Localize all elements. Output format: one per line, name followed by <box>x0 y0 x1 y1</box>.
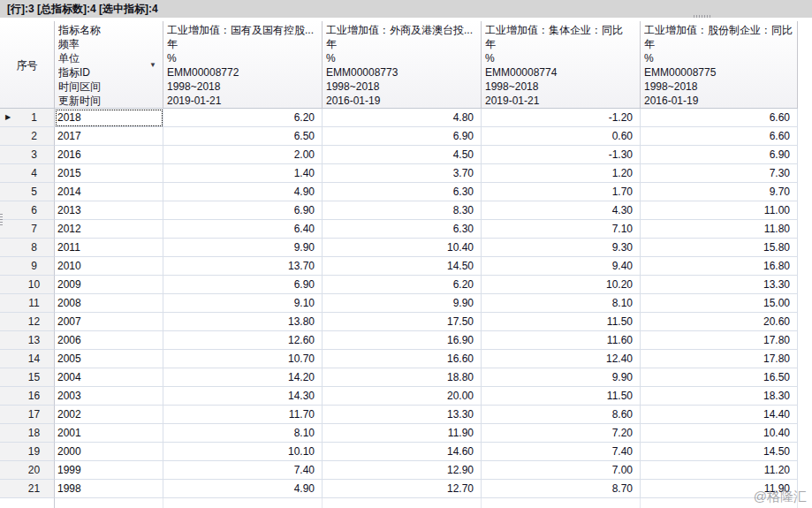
value-cell[interactable]: 12.90 <box>323 461 482 480</box>
row-number-cell[interactable]: 12 <box>0 313 55 331</box>
value-cell[interactable]: 9.40 <box>482 257 641 276</box>
value-cell[interactable]: 6.50 <box>163 127 323 146</box>
value-cell[interactable]: 8.70 <box>482 480 641 498</box>
value-cell[interactable]: 6.30 <box>323 220 482 239</box>
value-cell[interactable]: 4.80 <box>323 109 482 127</box>
year-cell[interactable]: 2004 <box>55 368 163 387</box>
value-cell[interactable]: 6.20 <box>323 276 482 294</box>
year-cell[interactable]: 2000 <box>55 443 163 461</box>
value-cell[interactable]: 9.10 <box>163 294 323 313</box>
value-cell[interactable]: 2.00 <box>163 146 323 164</box>
value-cell[interactable]: 16.90 <box>323 331 482 350</box>
year-cell[interactable]: 2010 <box>55 257 163 276</box>
year-cell[interactable]: 2015 <box>55 164 163 183</box>
row-number-cell[interactable]: 2 <box>0 127 55 146</box>
value-cell[interactable]: 17.80 <box>641 350 798 368</box>
value-cell[interactable]: -1.20 <box>482 109 641 127</box>
splitter-dots-vertical[interactable] <box>0 214 3 225</box>
value-cell[interactable]: 20.60 <box>641 313 798 331</box>
value-cell[interactable]: 8.10 <box>163 424 323 443</box>
year-cell[interactable]: 2001 <box>55 424 163 443</box>
value-cell[interactable]: 7.30 <box>641 164 798 183</box>
value-cell[interactable]: 9.90 <box>163 239 323 257</box>
value-cell[interactable]: 7.40 <box>482 443 641 461</box>
value-cell[interactable]: 14.50 <box>323 257 482 276</box>
value-cell[interactable]: 11.20 <box>641 461 798 480</box>
value-cell[interactable]: 4.90 <box>163 183 323 201</box>
year-cell[interactable]: 2018 <box>55 109 163 127</box>
value-cell[interactable]: 13.80 <box>163 313 323 331</box>
value-cell[interactable]: 10.70 <box>163 350 323 368</box>
year-cell[interactable]: 2013 <box>55 201 163 220</box>
value-cell[interactable]: 6.90 <box>641 146 798 164</box>
value-cell[interactable]: 7.00 <box>482 461 641 480</box>
value-cell[interactable]: 9.30 <box>482 239 641 257</box>
row-number-cell[interactable]: 11 <box>0 294 55 313</box>
value-cell[interactable]: 9.90 <box>482 368 641 387</box>
year-cell[interactable]: 2006 <box>55 331 163 350</box>
value-cell[interactable]: 10.40 <box>641 424 798 443</box>
value-cell[interactable]: 11.90 <box>323 424 482 443</box>
value-cell[interactable]: 4.30 <box>482 201 641 220</box>
value-cell[interactable]: 13.30 <box>323 406 482 424</box>
meta-header-cell[interactable]: 指标名称频率单位指标ID时间区间更新时间 ▼ <box>55 21 163 109</box>
value-cell[interactable]: 7.40 <box>163 461 323 480</box>
value-cell[interactable]: 10.40 <box>323 239 482 257</box>
value-cell[interactable]: 14.40 <box>641 406 798 424</box>
splitter-dots-horizontal[interactable] <box>694 15 710 18</box>
value-cell[interactable]: 15.80 <box>641 239 798 257</box>
value-cell[interactable]: 8.30 <box>323 201 482 220</box>
value-cell[interactable]: 12.40 <box>482 350 641 368</box>
value-cell[interactable]: 12.70 <box>323 480 482 498</box>
value-cell[interactable]: 6.30 <box>323 183 482 201</box>
value-cell[interactable]: 16.80 <box>641 257 798 276</box>
row-number-cell[interactable]: 18 <box>0 424 55 443</box>
year-cell[interactable]: 2005 <box>55 350 163 368</box>
year-cell[interactable]: 2017 <box>55 127 163 146</box>
value-cell[interactable]: 3.70 <box>323 164 482 183</box>
year-cell[interactable]: 2011 <box>55 239 163 257</box>
row-number-cell[interactable]: 14 <box>0 350 55 368</box>
value-cell[interactable]: 1.70 <box>482 183 641 201</box>
value-cell[interactable]: 6.60 <box>641 127 798 146</box>
row-number-cell[interactable]: 4 <box>0 164 55 183</box>
value-cell[interactable]: 1.40 <box>163 164 323 183</box>
value-cell[interactable]: 4.90 <box>163 480 323 498</box>
year-cell[interactable]: 1998 <box>55 480 163 498</box>
value-cell[interactable]: 14.60 <box>323 443 482 461</box>
value-cell[interactable]: 11.50 <box>482 313 641 331</box>
year-cell[interactable]: 2012 <box>55 220 163 239</box>
column-header-cell[interactable]: 工业增加值：国有及国有控股...年%EMM000087721998~201820… <box>163 21 323 109</box>
value-cell[interactable]: 9.90 <box>323 294 482 313</box>
row-number-cell[interactable]: 20 <box>0 461 55 480</box>
row-number-cell[interactable]: 8 <box>0 239 55 257</box>
row-number-cell[interactable]: 7 <box>0 220 55 239</box>
row-number-cell[interactable]: 3 <box>0 146 55 164</box>
year-cell[interactable]: 1999 <box>55 461 163 480</box>
value-cell[interactable]: 14.30 <box>163 387 323 406</box>
value-cell[interactable]: 11.50 <box>482 387 641 406</box>
value-cell[interactable]: 16.50 <box>641 368 798 387</box>
value-cell[interactable]: 14.20 <box>163 368 323 387</box>
value-cell[interactable]: 17.80 <box>641 331 798 350</box>
value-cell[interactable]: 8.10 <box>482 294 641 313</box>
row-number-cell[interactable]: 13 <box>0 331 55 350</box>
value-cell[interactable]: -1.30 <box>482 146 641 164</box>
year-cell[interactable]: 2016 <box>55 146 163 164</box>
value-cell[interactable]: 15.00 <box>641 294 798 313</box>
value-cell[interactable]: 20.00 <box>323 387 482 406</box>
value-cell[interactable]: 6.20 <box>163 109 323 127</box>
row-number-cell[interactable]: 9 <box>0 257 55 276</box>
value-cell[interactable]: 11.60 <box>482 331 641 350</box>
row-number-cell[interactable]: 16 <box>0 387 55 406</box>
year-cell[interactable]: 2008 <box>55 294 163 313</box>
value-cell[interactable]: 11.00 <box>641 201 798 220</box>
value-cell[interactable]: 13.30 <box>641 276 798 294</box>
row-number-cell[interactable]: 10 <box>0 276 55 294</box>
row-number-cell[interactable]: 19 <box>0 443 55 461</box>
row-number-cell[interactable]: 6 <box>0 201 55 220</box>
value-cell[interactable]: 9.70 <box>641 183 798 201</box>
year-cell[interactable]: 2014 <box>55 183 163 201</box>
value-cell[interactable]: 11.80 <box>641 220 798 239</box>
year-cell[interactable]: 2003 <box>55 387 163 406</box>
